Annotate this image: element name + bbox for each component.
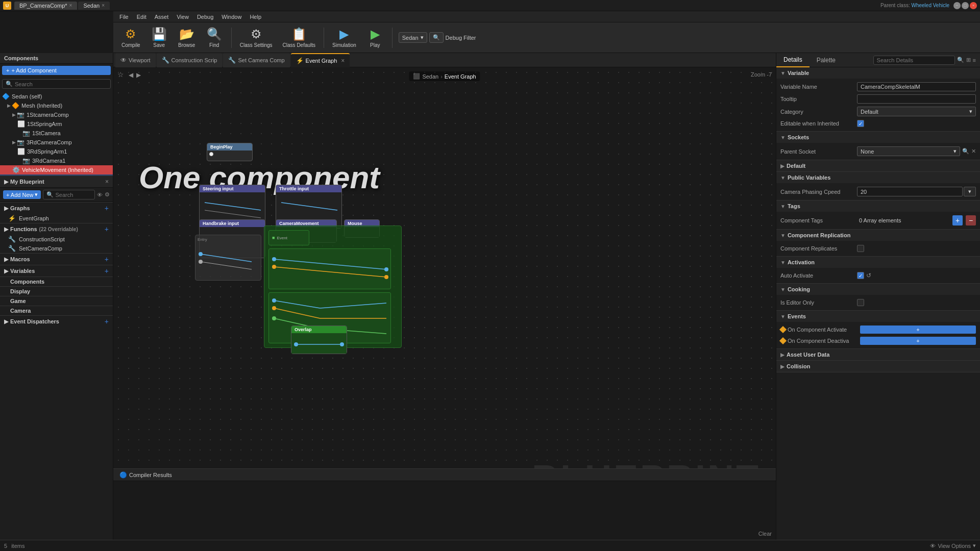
grid-view-icon[interactable]: ⊞ (966, 57, 971, 63)
my-blueprint-search[interactable]: 🔍 (43, 190, 95, 199)
begin-play-node[interactable]: BeginPlay (207, 143, 253, 161)
cooking-section-header[interactable]: ▼ Cooking (776, 284, 980, 295)
bp-set-camera-comp-item[interactable]: 🔧 SetCameraComp (0, 244, 113, 253)
class-settings-button[interactable]: ⚙ Class Settings (236, 25, 277, 50)
clear-socket-icon[interactable]: ✕ (971, 148, 976, 155)
collision-section-header[interactable]: ▶ Collision (776, 361, 980, 372)
add-new-button[interactable]: + Add New ▾ (3, 190, 41, 199)
delete-tag-button[interactable]: − (966, 215, 976, 226)
simulation-button[interactable]: ▶ Simulation (328, 25, 360, 50)
menu-file[interactable]: File (115, 13, 133, 21)
category-dropdown[interactable]: Default ▾ (857, 107, 976, 116)
variable-name-input[interactable] (857, 82, 976, 91)
minimize-button[interactable]: − (953, 2, 961, 9)
add-graph-icon[interactable]: + (105, 204, 109, 212)
editor-only-checkbox[interactable] (857, 299, 864, 306)
bp-components-header[interactable]: Components (0, 277, 113, 286)
settings-icon[interactable]: ⚙ (105, 191, 110, 198)
bp-camera-header[interactable]: Camera (0, 306, 113, 315)
public-variables-section-header[interactable]: ▼ Public Variables (776, 172, 980, 183)
camera-phasing-input[interactable]: 20 (857, 187, 963, 196)
on-component-deactivate-add-button[interactable]: + (860, 337, 976, 345)
nav-back-button[interactable]: ◀ (128, 70, 134, 80)
bp-display-header[interactable]: Display (0, 287, 113, 296)
menu-window[interactable]: Window (217, 13, 246, 21)
menu-asset[interactable]: Asset (151, 13, 173, 21)
bp-event-dispatchers-header[interactable]: ▶ Event Dispatchers + (0, 316, 113, 327)
tab-close-sedan[interactable]: × (102, 3, 105, 8)
clear-button[interactable]: Clear (758, 531, 772, 537)
comp-3rdcamera1[interactable]: 📷 3RdCamera1 (0, 156, 113, 165)
compile-button[interactable]: ⚙ Compile (117, 25, 144, 50)
play-button[interactable]: ▶ Play (362, 25, 388, 50)
component-replication-header[interactable]: ▼ Component Replication (776, 230, 980, 241)
view-options[interactable]: 👁 View Options ▾ (930, 542, 976, 549)
camera-phasing-dropdown[interactable]: ▾ (964, 187, 976, 196)
auto-activate-checkbox[interactable] (857, 272, 864, 279)
debug-target-select[interactable]: Sedan ▾ (399, 32, 427, 43)
comp-3rdspringarm1[interactable]: ⬜ 3RdSpringArm1 (0, 147, 113, 156)
menu-help[interactable]: Help (246, 13, 265, 21)
my-blueprint-close-icon[interactable]: × (105, 178, 109, 185)
debug-filter-search[interactable]: 🔍 (429, 32, 444, 43)
menu-edit[interactable]: Edit (133, 13, 151, 21)
comp-1stcamera[interactable]: 📷 1StCamera (0, 129, 113, 138)
details-search-input[interactable] (873, 56, 955, 65)
comp-sedan-self[interactable]: 🔷 Sedan (self) (0, 92, 113, 101)
add-tag-button[interactable]: + (952, 215, 963, 226)
add-component-button[interactable]: + + Add Component (2, 66, 111, 75)
overlap-node[interactable]: Overlap (291, 325, 347, 354)
compiler-results-tab[interactable]: 🔵 Compiler Results (115, 470, 176, 480)
bookmark-button[interactable]: ☆ (117, 70, 124, 79)
bp-graphs-header[interactable]: ▶ Graphs + (0, 203, 113, 214)
add-macro-icon[interactable]: + (105, 255, 109, 263)
find-button[interactable]: 🔍 Find (202, 25, 227, 50)
class-defaults-button[interactable]: 📋 Class Defaults (279, 25, 320, 50)
comp-1stcameracomp[interactable]: ▶ 📷 1StcameraComp (0, 110, 113, 119)
save-button[interactable]: 💾 Save (146, 25, 172, 50)
add-variable-icon[interactable]: + (105, 267, 109, 275)
sockets-section-header[interactable]: ▼ Sockets (776, 132, 980, 143)
tab-bp-camera[interactable]: BP_CameraComp* × (14, 2, 77, 10)
component-search-input[interactable] (15, 81, 107, 87)
replicates-checkbox[interactable] (857, 245, 864, 252)
reset-icon[interactable]: ↺ (866, 272, 871, 279)
tags-section-header[interactable]: ▼ Tags (776, 201, 980, 212)
bp-eventgraph-item[interactable]: ⚡ EventGraph (0, 214, 113, 223)
details-tab[interactable]: Details (776, 53, 810, 67)
asset-user-data-header[interactable]: ▶ Asset User Data (776, 349, 980, 360)
tab-viewport[interactable]: 👁 Viewport (115, 53, 156, 67)
on-component-activate-add-button[interactable]: + (860, 325, 976, 334)
add-event-dispatcher-icon[interactable]: + (105, 317, 109, 325)
events-section-header[interactable]: ▼ Events (776, 311, 980, 322)
bp-game-header[interactable]: Game (0, 296, 113, 306)
close-button[interactable]: × (970, 2, 977, 9)
breadcrumb-root[interactable]: Sedan (422, 73, 438, 80)
palette-tab[interactable]: Palette (810, 53, 843, 67)
tab-set-camera-comp[interactable]: 🔧 Set Camera Comp (223, 53, 289, 67)
menu-view[interactable]: View (173, 13, 193, 21)
comp-3rdcameracomp[interactable]: ▶ 📷 3RdCameraComp (0, 138, 113, 147)
variable-section-header[interactable]: ▼ Variable (776, 67, 980, 79)
component-search-box[interactable]: 🔍 (2, 79, 111, 89)
tab-sedan[interactable]: Sedan × (78, 2, 110, 10)
bp-functions-header[interactable]: ▶ Functions (22 Overridable) + (0, 223, 113, 235)
list-view-icon[interactable]: ≡ (973, 57, 976, 63)
activation-section-header[interactable]: ▼ Activation (776, 257, 980, 268)
comp-1stspringarm[interactable]: ⬜ 1StSpringArm (0, 119, 113, 129)
comp-vehicle-movement[interactable]: ⚙️ VehicleMovement (Inherited) (0, 165, 113, 174)
maximize-button[interactable]: □ (962, 2, 969, 9)
comp-mesh-inherited[interactable]: ▶ 🔶 Mesh (Inherited) (0, 101, 113, 110)
browse-button[interactable]: 📂 Browse (174, 25, 200, 50)
parent-socket-dropdown[interactable]: None ▾ (857, 146, 960, 156)
default-section-header[interactable]: ▶ Default (776, 160, 980, 171)
nav-forward-button[interactable]: ▶ (135, 70, 142, 80)
tab-close-event-graph[interactable]: × (341, 57, 345, 64)
tab-close[interactable]: × (69, 3, 72, 8)
blueprint-canvas[interactable]: ☆ ◀ ▶ ⬛ Sedan › Event Graph Zoom -7 One … (113, 67, 776, 540)
bp-construction-script-item[interactable]: 🔧 ConstructionScript (0, 235, 113, 244)
filter-icon[interactable]: 👁 (97, 192, 103, 198)
search-socket-icon[interactable]: 🔍 (962, 148, 969, 155)
tab-event-graph[interactable]: ⚡ Event Graph × (291, 53, 350, 67)
my-blueprint-search-input[interactable] (56, 192, 91, 198)
